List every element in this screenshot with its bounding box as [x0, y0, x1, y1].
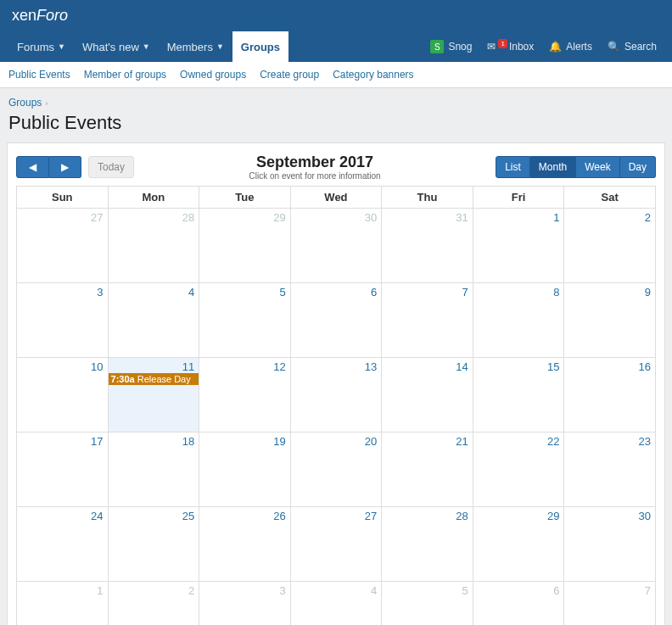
calendar-cell[interactable]: 25 — [108, 507, 199, 582]
view-list-button[interactable]: List — [496, 156, 530, 178]
view-day-button[interactable]: Day — [620, 156, 656, 178]
view-month-button[interactable]: Month — [530, 156, 576, 178]
breadcrumb-link[interactable]: Groups — [8, 97, 42, 109]
day-number[interactable]: 26 — [273, 510, 285, 522]
day-number[interactable]: 28 — [182, 211, 194, 224]
calendar-cell[interactable]: 23 — [564, 432, 656, 507]
day-number[interactable]: 14 — [456, 360, 468, 373]
day-number[interactable]: 15 — [547, 360, 559, 373]
calendar-cell[interactable]: 28 — [108, 209, 199, 283]
day-number[interactable]: 21 — [456, 435, 468, 448]
calendar-cell[interactable]: 18 — [108, 432, 199, 507]
nav-groups[interactable]: Groups — [232, 31, 288, 62]
day-number[interactable]: 9 — [645, 286, 651, 299]
day-number[interactable]: 30 — [639, 510, 651, 522]
calendar-cell[interactable]: 10 — [17, 358, 109, 432]
calendar-cell[interactable]: 13 — [290, 358, 382, 432]
search-button[interactable]: 🔍 Search — [601, 37, 664, 56]
day-number[interactable]: 10 — [91, 360, 103, 373]
day-number[interactable]: 18 — [182, 435, 194, 448]
day-number[interactable]: 27 — [365, 510, 377, 522]
next-button[interactable]: ▶ — [49, 156, 81, 178]
day-number[interactable]: 29 — [273, 211, 285, 224]
calendar-cell[interactable]: 27 — [290, 507, 382, 582]
day-number[interactable]: 31 — [456, 211, 468, 224]
calendar-cell[interactable]: 29 — [473, 507, 564, 582]
calendar-cell[interactable]: 2 — [564, 209, 656, 283]
nav-what-s-new[interactable]: What's new▼ — [74, 31, 159, 62]
day-number[interactable]: 1 — [97, 584, 103, 597]
view-week-button[interactable]: Week — [576, 156, 619, 178]
calendar-cell[interactable]: 7 — [564, 582, 656, 626]
calendar-cell[interactable]: 3 — [199, 582, 291, 626]
calendar-cell[interactable]: 19 — [199, 432, 291, 507]
calendar-cell[interactable]: 22 — [473, 432, 564, 507]
calendar-cell[interactable]: 4 — [290, 582, 382, 626]
subnav-member-of-groups[interactable]: Member of groups — [84, 69, 166, 81]
day-number[interactable]: 30 — [365, 211, 377, 224]
day-number[interactable]: 4 — [188, 286, 194, 299]
day-number[interactable]: 16 — [639, 360, 651, 373]
day-number[interactable]: 4 — [371, 584, 377, 597]
subnav-public-events[interactable]: Public Events — [8, 69, 70, 81]
calendar-cell[interactable]: 6 — [290, 283, 382, 358]
day-number[interactable]: 7 — [645, 584, 651, 597]
day-number[interactable]: 1 — [553, 211, 559, 224]
day-number[interactable]: 20 — [365, 435, 377, 448]
calendar-cell[interactable]: 28 — [382, 507, 473, 582]
calendar-event[interactable]: 7:30a Release Day — [109, 373, 199, 385]
day-number[interactable]: 29 — [547, 510, 559, 522]
user-menu[interactable]: S Snog — [423, 36, 479, 57]
day-number[interactable]: 2 — [645, 211, 651, 224]
calendar-cell[interactable]: 29 — [199, 209, 291, 283]
subnav-owned-groups[interactable]: Owned groups — [180, 69, 246, 81]
day-number[interactable]: 2 — [188, 584, 194, 597]
calendar-cell[interactable]: 9 — [564, 283, 656, 358]
calendar-cell[interactable]: 1 — [17, 582, 109, 626]
day-number[interactable]: 7 — [462, 286, 468, 299]
day-number[interactable]: 11 — [182, 360, 194, 373]
subnav-create-group[interactable]: Create group — [260, 69, 319, 81]
day-number[interactable]: 3 — [279, 584, 285, 597]
calendar-cell[interactable]: 2 — [108, 582, 199, 626]
calendar-cell[interactable]: 30 — [564, 507, 656, 582]
prev-button[interactable]: ◀ — [16, 156, 49, 178]
today-button[interactable]: Today — [88, 156, 134, 178]
calendar-cell[interactable]: 7 — [382, 283, 473, 358]
day-number[interactable]: 27 — [91, 211, 103, 224]
calendar-cell[interactable]: 27 — [17, 209, 109, 283]
calendar-cell[interactable]: 20 — [290, 432, 382, 507]
day-number[interactable]: 24 — [91, 510, 103, 522]
calendar-cell[interactable]: 1 — [473, 209, 564, 283]
day-number[interactable]: 23 — [639, 435, 651, 448]
nav-forums[interactable]: Forums▼ — [8, 31, 74, 62]
calendar-cell[interactable]: 31 — [382, 209, 473, 283]
calendar-cell[interactable]: 12 — [199, 358, 291, 432]
calendar-cell[interactable]: 17 — [17, 432, 109, 507]
calendar-cell[interactable]: 5 — [382, 582, 473, 626]
day-number[interactable]: 13 — [365, 360, 377, 373]
calendar-cell[interactable]: 16 — [564, 358, 656, 432]
calendar-cell[interactable]: 117:30a Release Day — [108, 358, 199, 432]
day-number[interactable]: 3 — [97, 286, 103, 299]
calendar-cell[interactable]: 26 — [199, 507, 291, 582]
brand-logo[interactable]: xenForo — [0, 0, 672, 31]
calendar-cell[interactable]: 4 — [108, 283, 199, 358]
day-number[interactable]: 6 — [371, 286, 377, 299]
day-number[interactable]: 12 — [273, 360, 285, 373]
calendar-cell[interactable]: 15 — [473, 358, 564, 432]
day-number[interactable]: 28 — [456, 510, 468, 522]
calendar-cell[interactable]: 8 — [473, 283, 564, 358]
day-number[interactable]: 17 — [91, 435, 103, 448]
day-number[interactable]: 5 — [279, 286, 285, 299]
day-number[interactable]: 19 — [273, 435, 285, 448]
calendar-cell[interactable]: 6 — [473, 582, 564, 626]
day-number[interactable]: 8 — [553, 286, 559, 299]
alerts-button[interactable]: 🔔 Alerts — [542, 37, 599, 56]
nav-members[interactable]: Members▼ — [159, 31, 232, 62]
inbox-button[interactable]: ✉1 Inbox — [480, 37, 540, 56]
day-number[interactable]: 5 — [462, 584, 468, 597]
calendar-cell[interactable]: 21 — [382, 432, 473, 507]
subnav-category-banners[interactable]: Category banners — [333, 69, 413, 81]
calendar-cell[interactable]: 14 — [382, 358, 473, 432]
